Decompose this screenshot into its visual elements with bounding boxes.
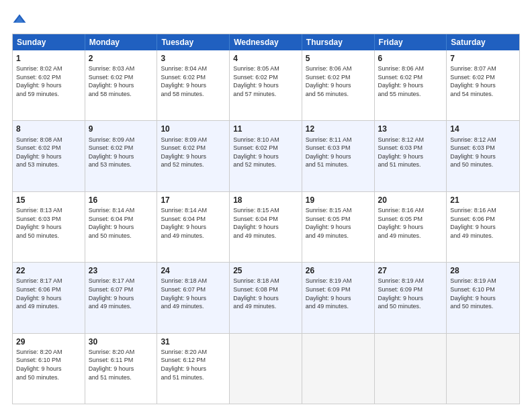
- cell-line: Sunset: 6:09 PM: [306, 285, 371, 294]
- cell-line: Sunrise: 8:19 AM: [378, 277, 443, 285]
- cal-cell-day-11: 11Sunrise: 8:10 AMSunset: 6:02 PMDayligh…: [230, 121, 302, 191]
- cell-line: and 50 minutes.: [450, 302, 516, 311]
- cell-line: and 50 minutes.: [89, 232, 154, 240]
- cal-cell-day-6: 6Sunrise: 8:06 AMSunset: 6:02 PMDaylight…: [375, 50, 447, 120]
- cell-line: Sunset: 6:03 PM: [378, 144, 443, 152]
- cell-line: Sunset: 6:02 PM: [89, 144, 154, 152]
- cell-line: and 51 minutes.: [161, 373, 226, 382]
- day-number: 10: [161, 124, 226, 134]
- cell-line: Sunset: 6:04 PM: [233, 215, 298, 224]
- cell-line: and 52 minutes.: [233, 161, 298, 169]
- cell-line: Sunset: 6:03 PM: [450, 144, 516, 152]
- cell-line: Daylight: 9 hours: [306, 152, 371, 161]
- cell-line: Daylight: 9 hours: [16, 81, 81, 90]
- cell-line: Daylight: 9 hours: [378, 223, 443, 232]
- cal-cell-day-2: 2Sunrise: 8:03 AMSunset: 6:02 PMDaylight…: [85, 50, 158, 120]
- cell-line: Daylight: 9 hours: [161, 365, 226, 373]
- day-number: 4: [233, 53, 298, 64]
- cell-line: Sunrise: 8:10 AM: [233, 136, 298, 144]
- cal-cell-day-18: 18Sunrise: 8:15 AMSunset: 6:04 PMDayligh…: [230, 192, 302, 262]
- cell-line: and 59 minutes.: [16, 90, 81, 99]
- cal-cell-day-24: 24Sunrise: 8:18 AMSunset: 6:07 PMDayligh…: [157, 263, 230, 332]
- cell-line: Sunset: 6:04 PM: [161, 215, 226, 224]
- cell-line: Sunset: 6:03 PM: [306, 144, 371, 152]
- cell-line: Sunset: 6:02 PM: [89, 73, 154, 82]
- cell-line: Sunrise: 8:03 AM: [89, 64, 154, 73]
- header-day-friday: Friday: [375, 34, 447, 50]
- cell-line: Daylight: 9 hours: [450, 81, 516, 90]
- day-number: 15: [16, 195, 81, 205]
- cell-line: Sunrise: 8:11 AM: [306, 136, 371, 144]
- cell-line: Sunset: 6:02 PM: [450, 73, 516, 82]
- cell-line: Daylight: 9 hours: [450, 223, 516, 232]
- cell-line: Sunrise: 8:17 AM: [89, 277, 154, 285]
- cal-row-3: 15Sunrise: 8:13 AMSunset: 6:03 PMDayligh…: [13, 191, 519, 262]
- cal-cell-day-26: 26Sunrise: 8:19 AMSunset: 6:09 PMDayligh…: [302, 263, 375, 332]
- cal-row-4: 22Sunrise: 8:17 AMSunset: 6:06 PMDayligh…: [13, 262, 519, 332]
- day-number: 13: [378, 124, 443, 134]
- cal-row-5: 29Sunrise: 8:20 AMSunset: 6:10 PMDayligh…: [13, 333, 519, 404]
- cal-cell-day-30: 30Sunrise: 8:20 AMSunset: 6:11 PMDayligh…: [85, 334, 158, 404]
- cal-cell-empty: [447, 334, 519, 404]
- cell-line: Sunrise: 8:18 AM: [233, 277, 298, 285]
- cal-cell-day-31: 31Sunrise: 8:20 AMSunset: 6:12 PMDayligh…: [157, 334, 230, 404]
- cal-cell-day-28: 28Sunrise: 8:19 AMSunset: 6:10 PMDayligh…: [447, 263, 519, 332]
- cell-line: Sunset: 6:02 PM: [16, 144, 81, 152]
- day-number: 23: [89, 265, 154, 276]
- cell-line: Sunset: 6:12 PM: [161, 356, 226, 365]
- cal-cell-day-14: 14Sunrise: 8:12 AMSunset: 6:03 PMDayligh…: [447, 121, 519, 191]
- cal-cell-day-13: 13Sunrise: 8:12 AMSunset: 6:03 PMDayligh…: [375, 121, 447, 191]
- cell-line: Sunrise: 8:19 AM: [306, 277, 371, 285]
- day-number: 24: [161, 265, 226, 276]
- header: [12, 12, 520, 27]
- day-number: 14: [450, 124, 516, 134]
- header-day-thursday: Thursday: [302, 34, 375, 50]
- cell-line: Sunset: 6:10 PM: [450, 285, 516, 294]
- cal-cell-empty: [302, 334, 375, 404]
- cell-line: Daylight: 9 hours: [378, 294, 443, 303]
- cal-cell-day-15: 15Sunrise: 8:13 AMSunset: 6:03 PMDayligh…: [13, 192, 85, 262]
- cell-line: Sunset: 6:07 PM: [89, 285, 154, 294]
- cell-line: Daylight: 9 hours: [89, 152, 154, 161]
- cell-line: and 58 minutes.: [161, 90, 226, 99]
- cal-cell-day-23: 23Sunrise: 8:17 AMSunset: 6:07 PMDayligh…: [85, 263, 158, 332]
- header-day-wednesday: Wednesday: [230, 34, 302, 50]
- cell-line: Sunrise: 8:14 AM: [161, 206, 226, 215]
- cell-line: Sunset: 6:06 PM: [16, 285, 81, 294]
- cell-line: Daylight: 9 hours: [89, 223, 154, 232]
- cell-line: and 49 minutes.: [233, 232, 298, 240]
- day-number: 26: [306, 265, 371, 276]
- day-number: 27: [378, 265, 443, 276]
- cell-line: Daylight: 9 hours: [306, 223, 371, 232]
- cell-line: and 49 minutes.: [306, 232, 371, 240]
- cell-line: Sunset: 6:08 PM: [233, 285, 298, 294]
- cell-line: Sunset: 6:06 PM: [450, 215, 516, 224]
- cell-line: Sunrise: 8:07 AM: [450, 64, 516, 73]
- logo-icon: [12, 12, 27, 27]
- cell-line: Sunset: 6:09 PM: [378, 285, 443, 294]
- cell-line: Daylight: 9 hours: [16, 223, 81, 232]
- day-number: 28: [450, 265, 516, 276]
- cal-cell-day-12: 12Sunrise: 8:11 AMSunset: 6:03 PMDayligh…: [302, 121, 375, 191]
- day-number: 3: [161, 53, 226, 64]
- day-number: 22: [16, 265, 81, 276]
- cal-cell-day-17: 17Sunrise: 8:14 AMSunset: 6:04 PMDayligh…: [157, 192, 230, 262]
- header-day-sunday: Sunday: [13, 34, 85, 50]
- cell-line: and 51 minutes.: [306, 161, 371, 169]
- cal-cell-day-22: 22Sunrise: 8:17 AMSunset: 6:06 PMDayligh…: [13, 263, 85, 332]
- cell-line: Sunrise: 8:20 AM: [16, 348, 81, 357]
- cell-line: and 53 minutes.: [89, 161, 154, 169]
- cell-line: Daylight: 9 hours: [306, 81, 371, 90]
- cell-line: and 51 minutes.: [89, 373, 154, 382]
- cell-line: Daylight: 9 hours: [16, 365, 81, 373]
- day-number: 25: [233, 265, 298, 276]
- cell-line: Sunrise: 8:12 AM: [450, 136, 516, 144]
- header-day-tuesday: Tuesday: [157, 34, 230, 50]
- day-number: 6: [378, 53, 443, 64]
- cal-cell-day-10: 10Sunrise: 8:09 AMSunset: 6:02 PMDayligh…: [157, 121, 230, 191]
- day-number: 11: [233, 124, 298, 134]
- day-number: 17: [161, 195, 226, 205]
- cal-cell-day-8: 8Sunrise: 8:08 AMSunset: 6:02 PMDaylight…: [13, 121, 85, 191]
- cell-line: and 50 minutes.: [16, 373, 81, 382]
- calendar-header: SundayMondayTuesdayWednesdayThursdayFrid…: [13, 34, 519, 50]
